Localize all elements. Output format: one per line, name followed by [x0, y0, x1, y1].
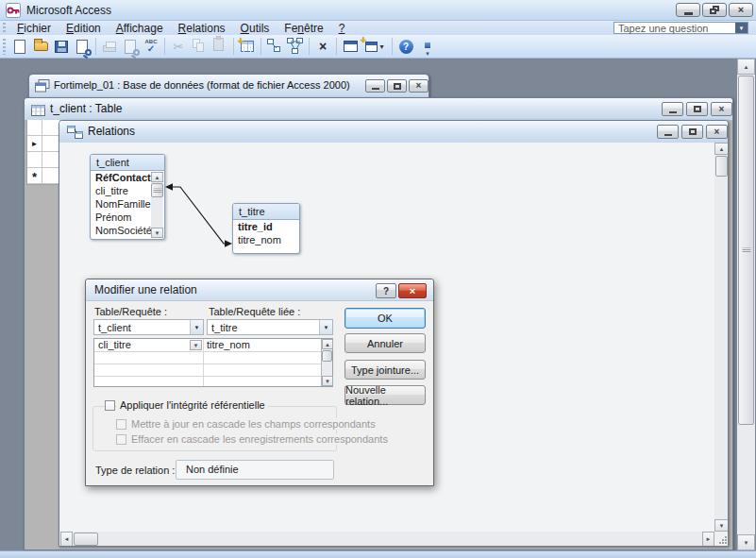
resize-grip[interactable] [714, 532, 729, 547]
help-button[interactable]: ? [395, 36, 416, 57]
scroll-left-button[interactable]: ◄ [60, 532, 73, 547]
grid-cell-dropdown-button[interactable]: ▼ [190, 340, 202, 350]
open-button[interactable] [30, 36, 51, 57]
toolbar-grip[interactable] [3, 39, 6, 55]
db-minimize-button[interactable] [365, 79, 385, 93]
minimize-button[interactable] [676, 3, 700, 17]
grid-left-field[interactable]: cli_titre [98, 339, 131, 351]
scroll-up-button[interactable]: ▲ [151, 172, 163, 182]
enforce-integrity-checkbox[interactable] [105, 400, 115, 411]
dialog-help-button[interactable]: ? [376, 283, 396, 298]
db-close-button[interactable]: × [409, 79, 428, 93]
field-list-scrollbar[interactable]: ▲ ▼ [151, 172, 163, 238]
relations-hscrollbar[interactable]: ◄ ► [60, 532, 714, 547]
scroll-right-button[interactable]: ► [702, 532, 714, 547]
menu-fichier[interactable]: Fichier [9, 21, 59, 36]
scroll-down-button[interactable]: ▼ [151, 228, 163, 238]
record-selector[interactable] [27, 152, 42, 168]
new-object-button[interactable]: + ▾ [361, 36, 389, 57]
t-client-minimize-button[interactable] [662, 102, 683, 116]
menu-outils[interactable]: Outils [233, 21, 277, 36]
menu-aide[interactable]: ? [331, 21, 353, 36]
cascade-update-label: Mettre à jour en cascade les champs corr… [128, 418, 378, 430]
database-window-button[interactable] [340, 36, 361, 57]
field-titre-nom[interactable]: titre_nom [233, 233, 299, 246]
mdi-vscrollbar[interactable]: ▲ ▼ [737, 59, 755, 550]
t-titre-box-title[interactable]: t_titre [233, 204, 299, 220]
direct-relationships-button[interactable] [264, 36, 285, 57]
t-client-close-button[interactable]: × [711, 102, 732, 116]
record-selector[interactable] [27, 120, 42, 136]
grid-right-field[interactable]: titre_nom [207, 339, 250, 351]
clear-layout-button[interactable]: × [312, 36, 333, 57]
cascade-delete-checkbox [116, 434, 126, 445]
menu-fenetre[interactable]: Fenêtre [277, 21, 330, 36]
restore-icon [694, 106, 701, 112]
scroll-down-button[interactable]: ▼ [714, 519, 729, 532]
menu-grip[interactable] [3, 23, 6, 33]
ask-question-box[interactable]: Tapez une question ▼ [613, 22, 748, 34]
scrollbar-thumb[interactable] [322, 350, 332, 362]
new-button[interactable] [9, 36, 30, 57]
new-object-dropdown-icon[interactable]: ▾ [379, 42, 383, 51]
magnifier-icon [133, 49, 140, 56]
combo-dropdown-icon[interactable]: ▼ [319, 320, 332, 334]
menu-relations[interactable]: Relations [171, 21, 233, 36]
relations-vscrollbar[interactable]: ▲ ▼ [714, 143, 729, 532]
show-table-button[interactable]: + [237, 36, 258, 57]
right-table-combo[interactable]: t_titre ▼ [207, 319, 333, 335]
database-window-titlebar[interactable]: Fortimelp_01 : Base de données (format d… [29, 75, 428, 98]
new-record-selector[interactable]: * [27, 168, 42, 184]
ok-button[interactable]: OK [344, 308, 426, 329]
new-relation-label: Nouvelle relation... [345, 384, 425, 407]
scrollbar-thumb[interactable] [151, 183, 163, 197]
question-dropdown-icon[interactable]: ▼ [735, 23, 748, 33]
join-fields-grid[interactable]: cli_titre ▼ titre_nom ▲ ▼ [93, 338, 333, 387]
t-client-restore-button[interactable] [686, 102, 708, 116]
close-button[interactable]: × [729, 3, 753, 17]
all-relationships-button[interactable] [285, 36, 306, 57]
current-record-selector[interactable]: ► [27, 136, 42, 152]
restore-button[interactable] [702, 3, 727, 17]
scrollbar-thumb[interactable] [715, 156, 728, 177]
field-titre-id[interactable]: titre_id [233, 220, 299, 233]
scrollbar-thumb[interactable] [738, 76, 754, 425]
database-window[interactable]: Fortimelp_01 : Base de données (format d… [28, 74, 429, 98]
cancel-button[interactable]: Annuler [344, 333, 426, 353]
dialog-titlebar[interactable]: Modifier une relation ? × [86, 279, 433, 301]
t-titre-field-box[interactable]: t_titre titre_id titre_nom [232, 203, 300, 254]
combo-dropdown-icon[interactable]: ▼ [190, 320, 203, 334]
relations-minimize-button[interactable] [657, 125, 679, 139]
relations-restore-button[interactable] [681, 125, 703, 139]
scroll-up-button[interactable]: ▲ [714, 143, 729, 155]
toolbar-options-button[interactable]: ▾ [422, 36, 433, 57]
scroll-down-button[interactable]: ▼ [737, 534, 755, 550]
join-type-button[interactable]: Type jointure... [344, 360, 426, 380]
edit-relation-dialog[interactable]: Modifier une relation ? × Table/Requête … [85, 279, 434, 486]
enforce-integrity-label[interactable]: Appliquer l'intégrité référentielle [117, 399, 268, 411]
menu-edition[interactable]: Edition [59, 21, 109, 36]
save-button[interactable] [51, 36, 72, 57]
file-search-button[interactable] [72, 36, 92, 57]
scroll-down-button[interactable]: ▼ [322, 376, 333, 386]
scrollbar-thumb[interactable] [74, 533, 98, 546]
toolbar-options-chevron: ▾ [426, 50, 429, 57]
grid-scrollbar[interactable]: ▲ ▼ [321, 339, 332, 386]
scroll-left-icon: ◄ [64, 536, 70, 542]
spelling-button[interactable]: ABC ✓ [141, 36, 161, 57]
main-titlebar[interactable]: Microsoft Access × [0, 0, 756, 21]
t-client-field-box[interactable]: t_client RéfContact cli_titre NomFamille… [90, 154, 165, 240]
new-sparkle-icon: + [238, 37, 244, 46]
relations-titlebar[interactable]: Relations × [59, 121, 728, 143]
scroll-up-button[interactable]: ▲ [737, 59, 755, 75]
relations-close-button[interactable]: × [706, 125, 728, 139]
dialog-close-button[interactable]: × [398, 283, 427, 298]
scroll-up-button[interactable]: ▲ [322, 339, 333, 349]
menu-affichage[interactable]: Affichage [109, 21, 171, 36]
db-restore-button[interactable] [387, 79, 407, 93]
t-client-titlebar[interactable]: t_client : Table × [25, 98, 732, 120]
left-table-combo[interactable]: t_client ▼ [93, 319, 204, 335]
new-relation-button[interactable]: Nouvelle relation... [344, 385, 426, 405]
join-type-label: Type jointure... [351, 364, 419, 376]
t-client-box-title[interactable]: t_client [91, 155, 164, 171]
